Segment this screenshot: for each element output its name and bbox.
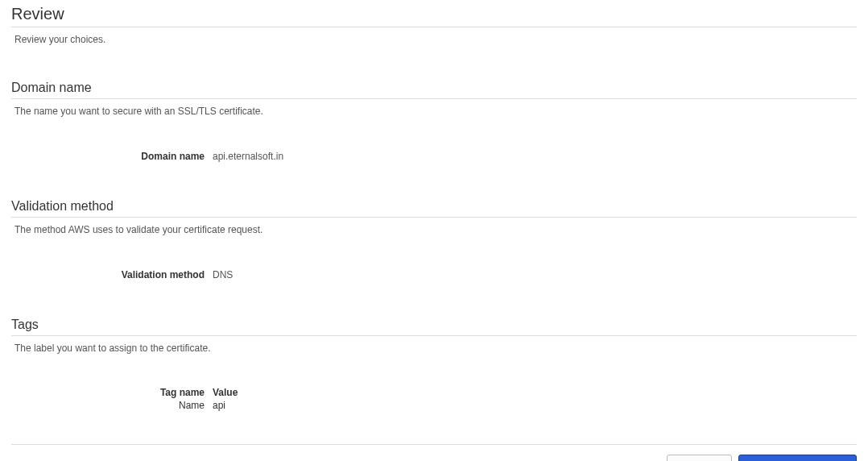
domain-title: Domain name <box>11 77 857 99</box>
tags-title: Tags <box>11 314 857 336</box>
footer-actions: Cancel Previous Confirm and request <box>11 444 857 461</box>
domain-name-value: api.eternalsoft.in <box>213 149 283 164</box>
validation-method-row: Validation method DNS <box>11 268 857 282</box>
review-desc: Review your choices. <box>11 32 857 45</box>
review-title: Review <box>11 0 857 27</box>
tags-desc: The label you want to assign to the cert… <box>11 341 857 354</box>
table-row: Name api <box>11 399 857 412</box>
previous-button[interactable]: Previous <box>667 455 732 461</box>
validation-method-value: DNS <box>213 268 233 282</box>
validation-title: Validation method <box>11 196 857 218</box>
validation-section: Validation method The method AWS uses to… <box>11 196 857 282</box>
domain-section: Domain name The name you want to secure … <box>11 77 857 164</box>
validation-method-label: Validation method <box>11 268 213 282</box>
review-section: Review Review your choices. <box>11 0 857 45</box>
domain-name-row: Domain name api.eternalsoft.in <box>11 149 857 164</box>
tags-header-value: Value <box>213 386 238 399</box>
confirm-and-request-button[interactable]: Confirm and request <box>738 455 857 461</box>
tag-row-value: api <box>213 399 225 412</box>
tags-header-name: Tag name <box>11 386 213 399</box>
validation-desc: The method AWS uses to validate your cer… <box>11 222 857 235</box>
domain-name-label: Domain name <box>11 149 213 164</box>
tags-section: Tags The label you want to assign to the… <box>11 314 857 412</box>
domain-desc: The name you want to secure with an SSL/… <box>11 104 857 117</box>
tag-row-name: Name <box>11 399 213 412</box>
tags-header-row: Tag name Value <box>11 386 857 399</box>
